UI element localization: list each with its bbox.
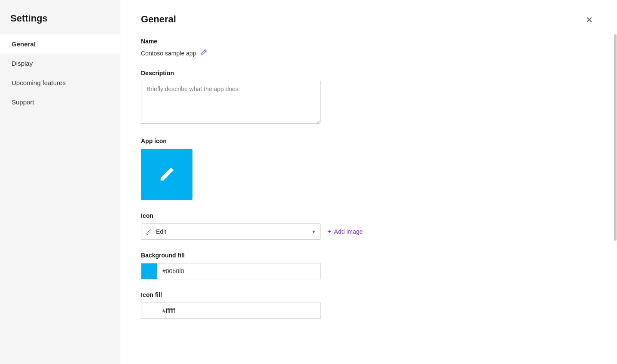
description-section: Description	[141, 70, 596, 125]
description-label: Description	[141, 70, 596, 76]
main-header: General ✕	[141, 14, 596, 26]
sidebar: Settings General Display Upcoming featur…	[0, 0, 120, 364]
icon-fill-label: Icon fill	[141, 291, 596, 298]
sidebar-title: Settings	[0, 9, 120, 34]
icon-fill-section: Icon fill	[141, 291, 596, 319]
chevron-down-icon: ▾	[312, 229, 315, 235]
icon-row: Edit ▾ + Add image	[141, 223, 596, 240]
sidebar-item-general[interactable]: General	[0, 34, 120, 54]
background-fill-label: Background fill	[141, 252, 596, 259]
add-image-plus: +	[327, 228, 331, 236]
pencil-icon	[147, 229, 153, 235]
scrollbar-thumb[interactable]	[614, 34, 617, 241]
icon-fill-row	[141, 303, 596, 319]
background-color-swatch[interactable]	[141, 263, 157, 279]
name-edit-icon[interactable]	[200, 49, 207, 58]
icon-select-dropdown[interactable]: Edit ▾	[141, 223, 321, 240]
name-label: Name	[141, 38, 596, 45]
description-textarea[interactable]	[141, 81, 321, 124]
icon-fill-color-input[interactable]	[157, 303, 321, 319]
sidebar-item-display[interactable]: Display	[0, 54, 120, 73]
sidebar-navigation: General Display Upcoming features Suppor…	[0, 34, 120, 112]
name-section: Name Contoso sample app	[141, 38, 596, 58]
main-wrapper: General ✕ Name Contoso sample app Descri…	[120, 0, 617, 364]
icon-select-left: Edit	[147, 228, 166, 235]
page-title: General	[141, 14, 176, 25]
close-button[interactable]: ✕	[582, 14, 596, 26]
add-image-label: Add image	[334, 228, 363, 235]
main-content: General ✕ Name Contoso sample app Descri…	[120, 0, 617, 364]
scrollbar-track	[614, 0, 617, 364]
icon-select-value: Edit	[156, 228, 166, 235]
name-row: Contoso sample app	[141, 49, 596, 58]
app-icon-preview[interactable]	[141, 149, 192, 200]
background-color-input[interactable]	[157, 263, 321, 279]
name-value: Contoso sample app	[141, 50, 196, 57]
sidebar-item-upcoming-features[interactable]: Upcoming features	[0, 73, 120, 92]
background-fill-row	[141, 263, 596, 279]
add-image-button[interactable]: + Add image	[327, 228, 363, 236]
icon-fill-color-swatch[interactable]	[141, 303, 157, 319]
background-fill-section: Background fill	[141, 252, 596, 279]
sidebar-item-support[interactable]: Support	[0, 92, 120, 112]
app-icon-section: App icon	[141, 138, 596, 200]
app-icon-label: App icon	[141, 138, 596, 144]
icon-label: Icon	[141, 212, 596, 219]
icon-section: Icon Edit ▾ + Add image	[141, 212, 596, 240]
